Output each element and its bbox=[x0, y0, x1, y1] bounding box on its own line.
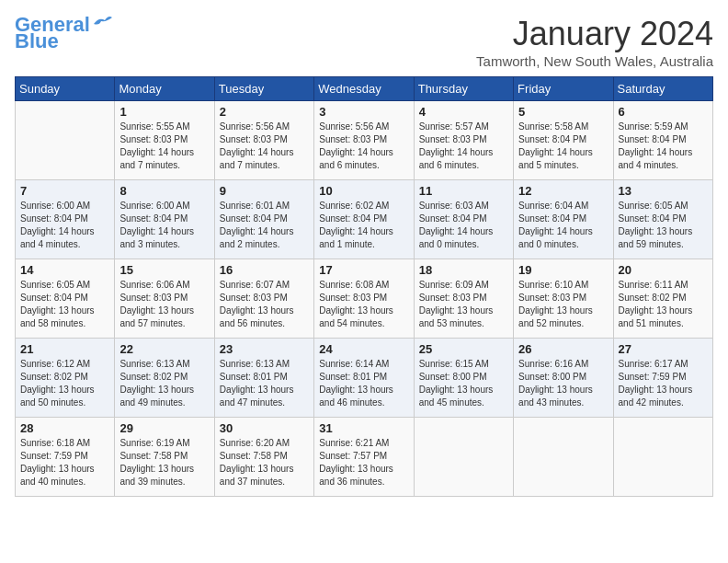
logo-bird-icon bbox=[92, 15, 112, 31]
weekday-header-sunday: Sunday bbox=[16, 77, 115, 101]
day-info: Sunrise: 6:10 AMSunset: 8:03 PMDaylight:… bbox=[518, 279, 608, 330]
day-info: Sunrise: 6:13 AMSunset: 8:02 PMDaylight:… bbox=[119, 358, 209, 409]
day-number: 24 bbox=[319, 342, 408, 356]
day-number: 6 bbox=[619, 105, 708, 119]
calendar-cell: 7Sunrise: 6:00 AMSunset: 8:04 PMDaylight… bbox=[16, 180, 115, 259]
day-info: Sunrise: 6:11 AMSunset: 8:02 PMDaylight:… bbox=[619, 279, 708, 330]
day-number: 21 bbox=[20, 342, 109, 356]
day-number: 18 bbox=[419, 263, 508, 277]
day-info: Sunrise: 6:12 AMSunset: 8:02 PMDaylight:… bbox=[20, 358, 109, 409]
day-info: Sunrise: 6:04 AMSunset: 8:04 PMDaylight:… bbox=[518, 200, 608, 251]
day-number: 2 bbox=[220, 105, 309, 119]
weekday-header-friday: Friday bbox=[514, 77, 613, 101]
day-info: Sunrise: 6:08 AMSunset: 8:03 PMDaylight:… bbox=[319, 279, 408, 330]
calendar-cell: 4Sunrise: 5:57 AMSunset: 8:03 PMDaylight… bbox=[414, 101, 513, 180]
day-number: 4 bbox=[419, 105, 508, 119]
day-number: 7 bbox=[20, 184, 109, 198]
weekday-header-thursday: Thursday bbox=[414, 77, 513, 101]
day-info: Sunrise: 6:15 AMSunset: 8:00 PMDaylight:… bbox=[419, 358, 508, 409]
day-number: 15 bbox=[119, 263, 209, 277]
calendar-cell: 8Sunrise: 6:00 AMSunset: 8:04 PMDaylight… bbox=[115, 180, 214, 259]
location-subtitle: Tamworth, New South Wales, Australia bbox=[476, 53, 713, 69]
day-info: Sunrise: 6:19 AMSunset: 7:58 PMDaylight:… bbox=[119, 437, 209, 488]
title-area: January 2024 Tamworth, New South Wales, … bbox=[476, 15, 713, 69]
calendar-cell: 27Sunrise: 6:17 AMSunset: 7:59 PMDayligh… bbox=[613, 339, 712, 418]
calendar-cell: 3Sunrise: 5:56 AMSunset: 8:03 PMDaylight… bbox=[314, 101, 414, 180]
calendar-cell: 16Sunrise: 6:07 AMSunset: 8:03 PMDayligh… bbox=[214, 259, 313, 339]
day-number: 27 bbox=[619, 342, 708, 356]
day-number: 8 bbox=[119, 184, 209, 198]
weekday-header-tuesday: Tuesday bbox=[214, 77, 313, 101]
day-number: 13 bbox=[619, 184, 708, 198]
calendar-cell: 24Sunrise: 6:14 AMSunset: 8:01 PMDayligh… bbox=[314, 339, 414, 418]
day-number: 19 bbox=[518, 263, 608, 277]
day-info: Sunrise: 6:01 AMSunset: 8:04 PMDaylight:… bbox=[220, 200, 309, 251]
day-info: Sunrise: 5:59 AMSunset: 8:04 PMDaylight:… bbox=[619, 121, 708, 172]
day-number: 23 bbox=[220, 342, 309, 356]
weekday-header-wednesday: Wednesday bbox=[314, 77, 414, 101]
calendar-cell: 18Sunrise: 6:09 AMSunset: 8:03 PMDayligh… bbox=[414, 259, 513, 339]
day-info: Sunrise: 6:13 AMSunset: 8:01 PMDaylight:… bbox=[220, 358, 309, 409]
calendar-cell: 1Sunrise: 5:55 AMSunset: 8:03 PMDaylight… bbox=[115, 101, 214, 180]
calendar-cell: 6Sunrise: 5:59 AMSunset: 8:04 PMDaylight… bbox=[613, 101, 712, 180]
weekday-header-monday: Monday bbox=[115, 77, 214, 101]
calendar-cell: 22Sunrise: 6:13 AMSunset: 8:02 PMDayligh… bbox=[115, 339, 214, 418]
calendar-table: SundayMondayTuesdayWednesdayThursdayFrid… bbox=[15, 76, 713, 497]
day-info: Sunrise: 6:05 AMSunset: 8:04 PMDaylight:… bbox=[619, 200, 708, 251]
day-info: Sunrise: 6:06 AMSunset: 8:03 PMDaylight:… bbox=[119, 279, 209, 330]
calendar-cell: 30Sunrise: 6:20 AMSunset: 7:58 PMDayligh… bbox=[214, 418, 313, 497]
calendar-cell: 20Sunrise: 6:11 AMSunset: 8:02 PMDayligh… bbox=[613, 259, 712, 339]
day-info: Sunrise: 6:05 AMSunset: 8:04 PMDaylight:… bbox=[20, 279, 109, 330]
day-number: 25 bbox=[419, 342, 508, 356]
calendar-cell: 11Sunrise: 6:03 AMSunset: 8:04 PMDayligh… bbox=[414, 180, 513, 259]
day-info: Sunrise: 6:00 AMSunset: 8:04 PMDaylight:… bbox=[20, 200, 109, 251]
calendar-cell: 21Sunrise: 6:12 AMSunset: 8:02 PMDayligh… bbox=[16, 339, 115, 418]
calendar-cell: 13Sunrise: 6:05 AMSunset: 8:04 PMDayligh… bbox=[613, 180, 712, 259]
day-number: 1 bbox=[119, 105, 209, 119]
day-info: Sunrise: 6:21 AMSunset: 7:57 PMDaylight:… bbox=[319, 437, 408, 488]
calendar-cell: 19Sunrise: 6:10 AMSunset: 8:03 PMDayligh… bbox=[514, 259, 613, 339]
calendar-cell: 9Sunrise: 6:01 AMSunset: 8:04 PMDaylight… bbox=[214, 180, 313, 259]
calendar-cell: 17Sunrise: 6:08 AMSunset: 8:03 PMDayligh… bbox=[314, 259, 414, 339]
day-info: Sunrise: 6:07 AMSunset: 8:03 PMDaylight:… bbox=[220, 279, 309, 330]
day-number: 9 bbox=[220, 184, 309, 198]
calendar-cell: 29Sunrise: 6:19 AMSunset: 7:58 PMDayligh… bbox=[115, 418, 214, 497]
calendar-cell: 2Sunrise: 5:56 AMSunset: 8:03 PMDaylight… bbox=[214, 101, 313, 180]
day-number: 16 bbox=[220, 263, 309, 277]
day-info: Sunrise: 6:03 AMSunset: 8:04 PMDaylight:… bbox=[419, 200, 508, 251]
day-number: 28 bbox=[20, 421, 109, 435]
calendar-cell bbox=[414, 418, 513, 497]
day-number: 5 bbox=[518, 105, 608, 119]
header: General Blue January 2024 Tamworth, New … bbox=[15, 15, 713, 69]
calendar-cell: 5Sunrise: 5:58 AMSunset: 8:04 PMDaylight… bbox=[514, 101, 613, 180]
calendar-cell: 31Sunrise: 6:21 AMSunset: 7:57 PMDayligh… bbox=[314, 418, 414, 497]
logo: General Blue bbox=[15, 15, 112, 52]
day-info: Sunrise: 6:18 AMSunset: 7:59 PMDaylight:… bbox=[20, 437, 109, 488]
weekday-header-saturday: Saturday bbox=[613, 77, 712, 101]
day-number: 22 bbox=[119, 342, 209, 356]
calendar-cell bbox=[613, 418, 712, 497]
day-info: Sunrise: 5:58 AMSunset: 8:04 PMDaylight:… bbox=[518, 121, 608, 172]
day-number: 26 bbox=[518, 342, 608, 356]
day-info: Sunrise: 5:56 AMSunset: 8:03 PMDaylight:… bbox=[220, 121, 309, 172]
logo-blue: Blue bbox=[15, 31, 59, 52]
day-info: Sunrise: 6:09 AMSunset: 8:03 PMDaylight:… bbox=[419, 279, 508, 330]
day-info: Sunrise: 6:02 AMSunset: 8:04 PMDaylight:… bbox=[319, 200, 408, 251]
day-number: 29 bbox=[119, 421, 209, 435]
calendar-cell: 15Sunrise: 6:06 AMSunset: 8:03 PMDayligh… bbox=[115, 259, 214, 339]
day-info: Sunrise: 5:55 AMSunset: 8:03 PMDaylight:… bbox=[119, 121, 209, 172]
day-info: Sunrise: 6:00 AMSunset: 8:04 PMDaylight:… bbox=[119, 200, 209, 251]
calendar-cell: 12Sunrise: 6:04 AMSunset: 8:04 PMDayligh… bbox=[514, 180, 613, 259]
day-info: Sunrise: 5:57 AMSunset: 8:03 PMDaylight:… bbox=[419, 121, 508, 172]
calendar-cell: 28Sunrise: 6:18 AMSunset: 7:59 PMDayligh… bbox=[16, 418, 115, 497]
day-number: 14 bbox=[20, 263, 109, 277]
day-number: 17 bbox=[319, 263, 408, 277]
calendar-cell bbox=[514, 418, 613, 497]
month-title: January 2024 bbox=[476, 15, 713, 53]
calendar-cell: 25Sunrise: 6:15 AMSunset: 8:00 PMDayligh… bbox=[414, 339, 513, 418]
calendar-cell: 23Sunrise: 6:13 AMSunset: 8:01 PMDayligh… bbox=[214, 339, 313, 418]
day-number: 20 bbox=[619, 263, 708, 277]
calendar-cell: 10Sunrise: 6:02 AMSunset: 8:04 PMDayligh… bbox=[314, 180, 414, 259]
day-info: Sunrise: 6:14 AMSunset: 8:01 PMDaylight:… bbox=[319, 358, 408, 409]
day-info: Sunrise: 5:56 AMSunset: 8:03 PMDaylight:… bbox=[319, 121, 408, 172]
